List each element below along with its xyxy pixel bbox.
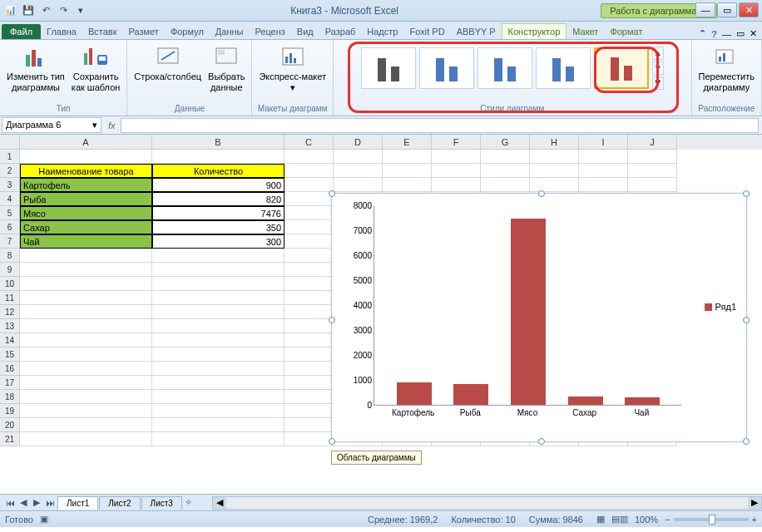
scroll-right-icon[interactable]: ▶	[748, 497, 761, 509]
row-header-3[interactable]: 3	[0, 178, 20, 192]
chart-bar-1[interactable]	[453, 384, 488, 405]
tab-insert[interactable]: Вставк	[82, 24, 123, 39]
redo-button[interactable]: ↷	[56, 3, 71, 18]
chart-style-3[interactable]	[477, 47, 532, 89]
tab-addins[interactable]: Надстр	[361, 24, 403, 39]
row-header-15[interactable]: 15	[0, 347, 20, 362]
sheet-nav-next-icon[interactable]: ▶	[30, 496, 43, 510]
row-header-19[interactable]: 19	[0, 404, 20, 418]
row-header-13[interactable]: 13	[0, 319, 20, 333]
sheet-nav-first-icon[interactable]: ⏮	[3, 496, 17, 510]
excel-icon[interactable]: 📊	[3, 3, 18, 18]
tab-formulas[interactable]: Формул	[165, 24, 210, 39]
cell-A5[interactable]: Мясо	[20, 206, 152, 220]
doc-minimize-icon[interactable]: —	[722, 29, 731, 39]
minimize-ribbon-icon[interactable]: ⌃	[699, 28, 706, 39]
maximize-button[interactable]: ▭	[717, 2, 737, 17]
scroll-left-icon[interactable]: ◀	[213, 497, 226, 509]
chart-style-1[interactable]	[361, 47, 416, 89]
tab-pagelayout[interactable]: Размет	[123, 24, 165, 39]
zoom-out-button[interactable]: −	[665, 515, 670, 525]
row-header-8[interactable]: 8	[0, 249, 20, 263]
zoom-in-button[interactable]: +	[752, 515, 757, 525]
view-normal-icon[interactable]: ▦	[596, 514, 605, 525]
row-header-4[interactable]: 4	[0, 192, 20, 206]
name-box[interactable]: Диаграмма 6▾	[2, 117, 101, 133]
tab-developer[interactable]: Разраб	[319, 24, 362, 39]
chart-bar-0[interactable]	[397, 382, 432, 405]
chart-bar-3[interactable]	[568, 397, 603, 406]
qat-dropdown-icon[interactable]: ▾	[73, 3, 88, 18]
zoom-slider[interactable]	[674, 518, 749, 521]
chart-handle-e[interactable]	[743, 317, 750, 323]
chart-handle-s[interactable]	[538, 438, 545, 445]
new-sheet-icon[interactable]: ✧	[182, 496, 195, 510]
row-header-9[interactable]: 9	[0, 263, 20, 277]
sheet-tab-3[interactable]: Лист3	[141, 496, 182, 510]
gallery-scroll-up-icon[interactable]: ▴	[652, 47, 664, 60]
chart-bar-2[interactable]	[511, 219, 546, 405]
col-header-F[interactable]: F	[432, 135, 481, 150]
tab-chart-layout[interactable]: Макет	[567, 24, 604, 39]
tab-chart-format[interactable]: Формат	[604, 24, 648, 39]
doc-restore-icon[interactable]: ▭	[736, 28, 745, 39]
chart-legend[interactable]: Ряд1	[705, 302, 736, 312]
chart-plot-area[interactable]	[374, 206, 681, 406]
zoom-thumb[interactable]	[709, 515, 715, 525]
zoom-level[interactable]: 100%	[635, 515, 658, 525]
chart-handle-ne[interactable]	[743, 190, 750, 197]
row-header-10[interactable]: 10	[0, 277, 20, 291]
row-header-14[interactable]: 14	[0, 333, 20, 347]
col-header-I[interactable]: I	[579, 135, 628, 150]
col-header-B[interactable]: B	[152, 135, 285, 150]
save-button[interactable]: 💾	[21, 3, 36, 18]
sheet-tab-1[interactable]: Лист1	[57, 496, 98, 510]
chart-handle-se[interactable]	[743, 438, 750, 445]
chart-style-2[interactable]	[419, 47, 474, 89]
chart-style-4[interactable]	[536, 47, 591, 89]
view-page-layout-icon[interactable]: ▤	[611, 514, 620, 525]
row-header-6[interactable]: 6	[0, 220, 20, 234]
row-header-20[interactable]: 20	[0, 418, 20, 432]
tab-foxit[interactable]: Foxit PD	[403, 24, 450, 39]
help-button[interactable]: ?	[711, 29, 717, 39]
select-data-button[interactable]: Выбрать данные	[205, 42, 248, 95]
switch-row-column-button[interactable]: Строка/столбец	[131, 42, 205, 95]
row-header-12[interactable]: 12	[0, 305, 20, 319]
col-header-G[interactable]: G	[481, 135, 530, 150]
col-header-A[interactable]: A	[20, 135, 152, 150]
cell-A4[interactable]: Рыба	[20, 192, 152, 206]
macro-record-icon[interactable]: ▣	[40, 514, 48, 525]
col-header-E[interactable]: E	[383, 135, 432, 150]
tab-review[interactable]: Реценз	[249, 24, 290, 39]
col-header-H[interactable]: H	[530, 135, 579, 150]
row-header-1[interactable]: 1	[0, 150, 20, 164]
chart-handle-nw[interactable]	[329, 190, 335, 197]
row-header-16[interactable]: 16	[0, 362, 20, 376]
embedded-chart[interactable]: 010002000300040005000600070008000 Картоф…	[331, 193, 747, 442]
fx-button[interactable]: fx	[103, 121, 121, 131]
cell-A2[interactable]: Наименование товара	[20, 164, 152, 178]
sheet-nav-last-icon[interactable]: ⏭	[43, 496, 57, 510]
save-as-template-button[interactable]: Сохранить как шаблон	[68, 42, 124, 95]
gallery-scroll-down-icon[interactable]: ▾	[652, 62, 664, 75]
row-header-2[interactable]: 2	[0, 164, 20, 178]
chart-handle-n[interactable]	[538, 190, 545, 197]
tab-view[interactable]: Вид	[291, 24, 319, 39]
cell-A3[interactable]: Картофель	[20, 178, 152, 192]
chart-bar-4[interactable]	[625, 397, 660, 405]
name-box-dropdown-icon[interactable]: ▾	[92, 120, 97, 131]
cell-B7[interactable]: 300	[152, 234, 285, 249]
quick-layout-button[interactable]: Экспресс-макет▾	[255, 42, 329, 95]
cell-B2[interactable]: Количество	[152, 164, 285, 178]
cell-B4[interactable]: 820	[152, 192, 285, 206]
sheet-tab-2[interactable]: Лист2	[99, 496, 140, 510]
cell-B5[interactable]: 7476	[152, 206, 285, 220]
chart-handle-sw[interactable]	[329, 438, 335, 445]
col-header-C[interactable]: C	[285, 135, 334, 150]
horizontal-scrollbar[interactable]: ◀ ▶	[212, 496, 762, 510]
sheet-nav-prev-icon[interactable]: ◀	[17, 496, 30, 510]
row-header-21[interactable]: 21	[0, 432, 20, 446]
minimize-button[interactable]: —	[695, 2, 715, 17]
gallery-more-icon[interactable]: ▼	[652, 76, 664, 90]
